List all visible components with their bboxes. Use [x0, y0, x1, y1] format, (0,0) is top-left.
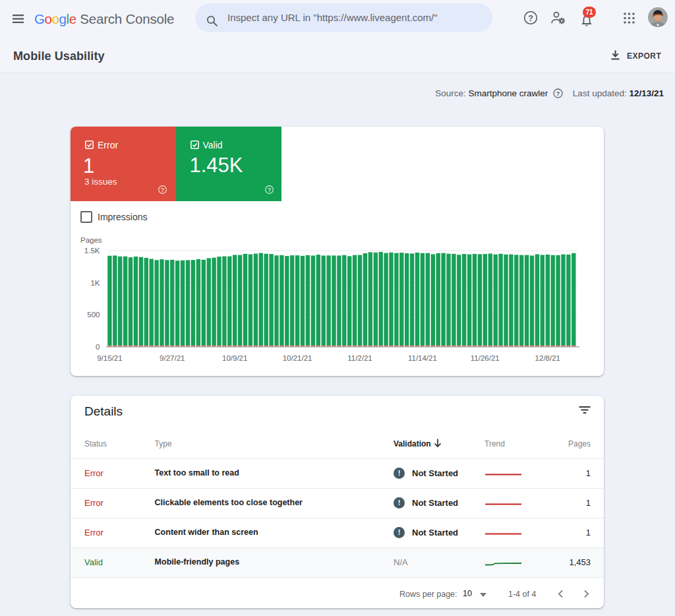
- svg-text:11/14/21: 11/14/21: [408, 354, 437, 362]
- svg-text:Pages: Pages: [80, 236, 102, 244]
- svg-text:1.5K: 1.5K: [84, 247, 100, 255]
- svg-text:11/26/21: 11/26/21: [471, 354, 500, 362]
- svg-text:9/27/21: 9/27/21: [160, 354, 185, 362]
- svg-text:0: 0: [96, 343, 100, 351]
- svg-text:1K: 1K: [90, 279, 100, 287]
- svg-text:11/2/21: 11/2/21: [347, 354, 372, 362]
- svg-text:500: 500: [87, 311, 100, 319]
- svg-text:9/15/21: 9/15/21: [97, 354, 122, 362]
- svg-text:?: ?: [267, 187, 270, 193]
- svg-text:12/8/21: 12/8/21: [535, 354, 560, 362]
- svg-text:10/9/21: 10/9/21: [222, 354, 247, 362]
- svg-text:?: ?: [528, 14, 533, 23]
- svg-text:?: ?: [556, 90, 560, 97]
- svg-text:?: ?: [161, 187, 164, 193]
- svg-text:10/21/21: 10/21/21: [283, 354, 312, 362]
